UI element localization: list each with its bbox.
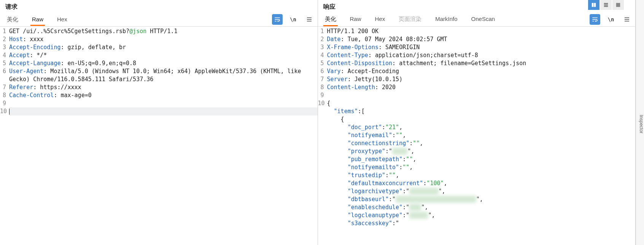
view-rows-icon[interactable]: [600, 0, 612, 10]
request-header: 请求: [0, 0, 318, 12]
response-title: 响应: [323, 3, 336, 11]
hamburger-icon[interactable]: [622, 14, 632, 25]
tab-美化[interactable]: 美化: [323, 13, 338, 26]
word-wrap-icon[interactable]: [590, 14, 600, 25]
word-wrap-icon[interactable]: [272, 14, 283, 25]
newline-icon[interactable]: \n: [606, 14, 616, 25]
response-toolbar: \n: [590, 14, 632, 25]
tab-Hex[interactable]: Hex: [56, 13, 69, 26]
hamburger-icon[interactable]: [304, 14, 315, 25]
response-editor[interactable]: 12345678910 HTTP/1.1 200 OKDate: Tue, 07…: [318, 27, 636, 245]
svg-rect-3: [592, 3, 594, 7]
svg-rect-6: [604, 5, 608, 7]
tab-Raw[interactable]: Raw: [348, 13, 363, 26]
response-panel: 响应 美化RawHex页面渲染MarkInfoOneScan \n 123456…: [318, 0, 636, 245]
request-title: 请求: [5, 3, 17, 11]
request-tabs: 美化RawHex: [5, 13, 69, 26]
response-tabs: 美化RawHex页面渲染MarkInfoOneScan: [323, 13, 497, 26]
inspector-sidebar[interactable]: Inspector: [636, 0, 644, 245]
response-gutter: 12345678910: [318, 27, 326, 245]
svg-rect-5: [604, 3, 608, 5]
tab-MarkInfo[interactable]: MarkInfo: [434, 13, 459, 26]
response-code[interactable]: HTTP/1.1 200 OKDate: Tue, 07 May 2024 08…: [326, 27, 636, 245]
request-code[interactable]: GET /ui/..%5Csrc%5CgetSettings.rsb?@json…: [8, 27, 318, 245]
tab-Hex[interactable]: Hex: [374, 13, 387, 26]
newline-icon[interactable]: \n: [288, 14, 299, 25]
tab-OneScan[interactable]: OneScan: [470, 13, 497, 26]
request-panel: 请求 美化RawHex \n 12345678910 GET /ui/..%5C…: [0, 0, 318, 245]
response-header: 响应: [318, 0, 636, 12]
top-view-toolbar: [588, 0, 624, 10]
request-toolbar: \n: [272, 14, 315, 25]
request-editor[interactable]: 12345678910 GET /ui/..%5Csrc%5CgetSettin…: [0, 27, 318, 245]
svg-rect-4: [594, 3, 596, 7]
tab-Raw[interactable]: Raw: [30, 13, 45, 26]
tab-美化[interactable]: 美化: [5, 13, 20, 26]
view-columns-icon[interactable]: [588, 0, 599, 10]
view-single-icon[interactable]: [612, 0, 624, 10]
tab-页面渲染[interactable]: 页面渲染: [397, 13, 423, 26]
request-tabs-row: 美化RawHex \n: [0, 12, 318, 27]
response-tabs-row: 美化RawHex页面渲染MarkInfoOneScan \n: [318, 12, 636, 27]
svg-rect-7: [616, 3, 620, 7]
request-gutter: 12345678910: [0, 27, 8, 245]
